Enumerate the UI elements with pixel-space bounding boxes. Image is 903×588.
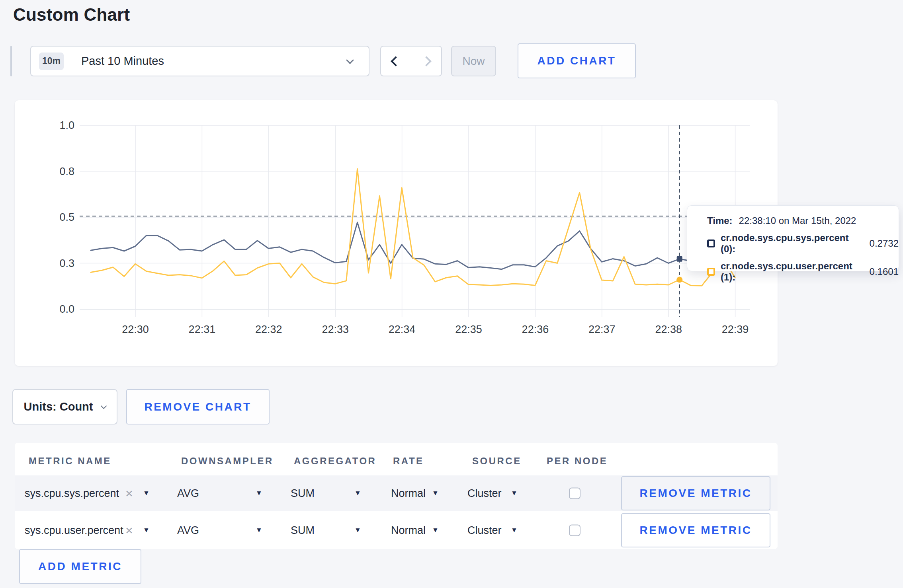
caret-down-icon[interactable]: ▼ xyxy=(432,489,439,497)
chart-tooltip: Time: 22:38:10 on Mar 15th, 2022 cr.node… xyxy=(687,205,899,271)
downsampler-select[interactable]: AVG xyxy=(177,487,199,500)
metric-name-value[interactable]: sys.cpu.sys.percent xyxy=(25,487,119,500)
tooltip-time-row: Time: 22:38:10 on Mar 15th, 2022 xyxy=(707,215,899,226)
aggregator-select[interactable]: SUM xyxy=(291,487,315,500)
tooltip-series-value: 0.2732 xyxy=(870,238,899,249)
svg-text:22:32: 22:32 xyxy=(255,323,282,335)
chevron-down-icon xyxy=(346,56,354,64)
time-range-badge: 10m xyxy=(39,53,64,70)
caret-down-icon[interactable]: ▼ xyxy=(432,526,439,534)
caret-down-icon[interactable]: ▼ xyxy=(354,489,361,497)
svg-text:22:38: 22:38 xyxy=(655,323,682,335)
chevron-down-icon xyxy=(101,403,107,409)
prev-time-button[interactable] xyxy=(381,47,411,76)
caret-down-icon[interactable]: ▼ xyxy=(511,526,518,534)
cpu-chart[interactable]: 0.00.30.50.81.022:3022:3122:3222:3322:34… xyxy=(15,100,778,366)
remove-metric-x-icon[interactable]: × xyxy=(125,487,133,500)
tooltip-series-row: cr.node.sys.cpu.user.percent (1): 0.1601 xyxy=(707,261,899,283)
downsampler-select[interactable]: AVG xyxy=(177,524,199,536)
caret-down-icon[interactable]: ▼ xyxy=(256,489,262,497)
next-time-button[interactable] xyxy=(411,47,441,76)
caret-down-icon[interactable]: ▼ xyxy=(143,526,150,534)
caret-down-icon[interactable]: ▼ xyxy=(511,489,518,497)
svg-text:0.8: 0.8 xyxy=(59,165,74,177)
column-header-source: SOURCE xyxy=(472,456,522,467)
units-label: Units: Count xyxy=(24,400,93,413)
tooltip-series-name: cr.node.sys.cpu.sys.percent (0): xyxy=(721,232,862,255)
add-chart-button[interactable]: ADD CHART xyxy=(518,43,636,78)
svg-text:22:33: 22:33 xyxy=(322,323,349,335)
column-header-metric-name: METRIC NAME xyxy=(29,456,111,467)
svg-text:22:36: 22:36 xyxy=(522,323,549,335)
column-header-downsampler: DOWNSAMPLER xyxy=(181,456,274,467)
tooltip-series-row: cr.node.sys.cpu.sys.percent (0): 0.2732 xyxy=(707,232,899,255)
remove-chart-button[interactable]: REMOVE CHART xyxy=(126,389,270,424)
time-nav-group xyxy=(380,46,442,76)
svg-text:1.0: 1.0 xyxy=(59,119,74,131)
time-range-label: Past 10 Minutes xyxy=(81,55,164,68)
units-dropdown[interactable]: Units: Count xyxy=(12,389,117,424)
svg-text:22:35: 22:35 xyxy=(455,323,482,335)
remove-metric-button[interactable]: REMOVE METRIC xyxy=(621,476,770,510)
chart-card: 0.00.30.50.81.022:3022:3122:3222:3322:34… xyxy=(15,100,778,366)
metric-name-value[interactable]: sys.cpu.user.percent xyxy=(25,524,123,536)
remove-metric-button[interactable]: REMOVE METRIC xyxy=(621,513,770,547)
caret-down-icon[interactable]: ▼ xyxy=(354,526,361,534)
chevron-right-icon xyxy=(421,56,431,66)
caret-down-icon[interactable]: ▼ xyxy=(143,489,150,497)
chevron-left-icon xyxy=(391,56,401,66)
rate-select[interactable]: Normal xyxy=(391,487,426,500)
tooltip-time-label: Time: xyxy=(707,215,733,226)
column-header-per-node: PER NODE xyxy=(547,456,608,467)
rate-select[interactable]: Normal xyxy=(391,524,426,536)
tooltip-series-name: cr.node.sys.cpu.user.percent (1): xyxy=(721,261,862,283)
caret-down-icon[interactable]: ▼ xyxy=(256,526,262,534)
column-header-rate: RATE xyxy=(393,456,424,467)
now-button[interactable]: Now xyxy=(451,46,496,76)
metric-row: sys.cpu.user.percent × ▼ AVG ▼ SUM ▼ Nor… xyxy=(15,511,778,549)
per-node-checkbox[interactable] xyxy=(569,524,580,536)
source-select[interactable]: Cluster xyxy=(467,524,502,536)
metrics-table: METRIC NAME DOWNSAMPLER AGGREGATOR RATE … xyxy=(15,443,778,549)
metric-row: sys.cpu.sys.percent × ▼ AVG ▼ SUM ▼ Norm… xyxy=(15,475,778,511)
svg-text:0.5: 0.5 xyxy=(59,211,74,223)
svg-text:0.0: 0.0 xyxy=(59,303,74,315)
tooltip-swatch-sys xyxy=(707,239,715,247)
svg-text:22:34: 22:34 xyxy=(389,323,416,335)
page-title: Custom Chart xyxy=(13,5,130,25)
toolbar-divider xyxy=(10,46,12,76)
add-metric-button[interactable]: ADD METRIC xyxy=(19,549,141,584)
svg-text:0.3: 0.3 xyxy=(59,257,74,269)
column-header-aggregator: AGGREGATOR xyxy=(294,456,376,467)
svg-text:22:39: 22:39 xyxy=(722,323,749,335)
time-range-dropdown[interactable]: 10m Past 10 Minutes xyxy=(30,46,369,76)
svg-text:22:30: 22:30 xyxy=(122,323,149,335)
svg-text:22:37: 22:37 xyxy=(588,323,616,335)
remove-metric-x-icon[interactable]: × xyxy=(125,524,133,537)
source-select[interactable]: Cluster xyxy=(467,487,502,500)
per-node-checkbox[interactable] xyxy=(569,488,580,499)
tooltip-swatch-user xyxy=(707,268,715,276)
tooltip-time-value: 22:38:10 on Mar 15th, 2022 xyxy=(739,215,856,226)
svg-text:22:31: 22:31 xyxy=(189,323,216,335)
aggregator-select[interactable]: SUM xyxy=(291,524,315,536)
tooltip-series-value: 0.1601 xyxy=(870,266,899,277)
